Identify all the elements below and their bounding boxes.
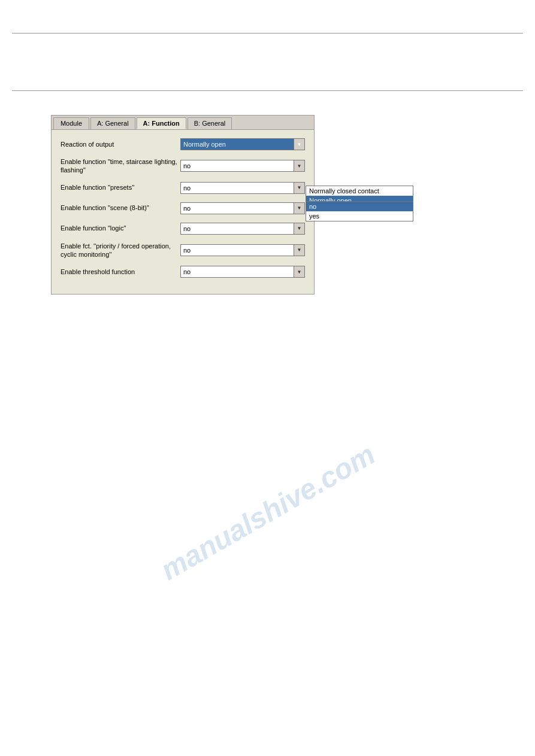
form-row-threshold: Enable threshold function no ▼ — [61, 265, 305, 279]
dropdown-scene[interactable]: no ▼ — [180, 202, 305, 214]
mid-divider — [12, 90, 523, 91]
label-scene: Enable function "scene (8-bit)" — [61, 204, 180, 212]
dropdown-reaction[interactable]: Normally open ▼ — [180, 138, 305, 150]
control-reaction: Normally open ▼ — [180, 138, 305, 150]
label-time: Enable function "time, staircase lightin… — [61, 157, 180, 175]
tab-b-general[interactable]: B: General — [188, 117, 232, 129]
dropdown-logic[interactable]: no ▼ — [180, 223, 305, 235]
tab-a-function[interactable]: A: Function — [137, 117, 186, 129]
dropdown-presets[interactable]: no ▼ — [180, 182, 305, 194]
dropdown-time[interactable]: no ▼ — [180, 160, 305, 172]
label-threshold: Enable threshold function — [61, 268, 180, 276]
form-row-priority: Enable fct. ''priority / forced operatio… — [61, 242, 305, 259]
control-logic: no ▼ — [180, 223, 305, 235]
dropdown-priority[interactable]: no ▼ — [180, 244, 305, 256]
form-row-presets: Enable function ''presets'' no ▼ — [61, 181, 305, 195]
control-scene: no ▼ — [180, 202, 305, 214]
dropdown-reaction-value: Normally open — [181, 141, 294, 148]
tab-content: Reaction of output Normally open ▼ Enabl… — [52, 130, 314, 294]
control-threshold: no ▼ — [180, 266, 305, 278]
label-reaction: Reaction of output — [61, 140, 180, 148]
dropdown-reaction-arrow: ▼ — [294, 139, 304, 150]
watermark: manualshive.com — [155, 438, 380, 587]
popup-time-option-0[interactable]: no — [306, 202, 413, 211]
popup-time-option-1[interactable]: yes — [306, 211, 413, 221]
tab-bar: Module A: General A: Function B: General — [52, 116, 314, 130]
control-presets: no ▼ — [180, 182, 305, 194]
tab-module[interactable]: Module — [53, 117, 89, 129]
dropdown-priority-arrow: ▼ — [294, 245, 304, 256]
label-logic: Enable function "logic" — [61, 224, 180, 232]
main-content: Module A: General A: Function B: General… — [0, 97, 535, 294]
popup-reaction-option-0[interactable]: Normally closed contact — [306, 186, 413, 196]
dropdown-logic-value: no — [181, 225, 294, 232]
top-divider — [12, 33, 523, 34]
dropdown-logic-arrow: ▼ — [294, 223, 304, 234]
dropdown-priority-value: no — [181, 247, 294, 254]
tab-a-general[interactable]: A: General — [90, 117, 135, 129]
dropdown-presets-arrow: ▼ — [294, 183, 304, 193]
dropdown-threshold-arrow: ▼ — [294, 266, 304, 277]
dropdown-time-value: no — [181, 162, 294, 169]
tab-panel: Module A: General A: Function B: General… — [51, 115, 315, 294]
dropdown-threshold-value: no — [181, 268, 294, 275]
dropdown-scene-arrow: ▼ — [294, 203, 304, 214]
dropdown-presets-value: no — [181, 184, 294, 192]
form-row-reaction: Reaction of output Normally open ▼ — [61, 137, 305, 151]
label-priority: Enable fct. ''priority / forced operatio… — [61, 242, 180, 259]
label-presets: Enable function ''presets'' — [61, 183, 180, 192]
form-row-time: Enable function "time, staircase lightin… — [61, 157, 305, 175]
dropdown-time-arrow: ▼ — [294, 160, 304, 171]
dropdown-threshold[interactable]: no ▼ — [180, 266, 305, 278]
popup-time: no yes — [306, 201, 413, 221]
control-time: no ▼ — [180, 160, 305, 172]
control-priority: no ▼ — [180, 244, 305, 256]
form-row-scene: Enable function "scene (8-bit)" no ▼ — [61, 201, 305, 215]
form-row-logic: Enable function "logic" no ▼ — [61, 221, 305, 236]
dropdown-scene-value: no — [181, 205, 294, 212]
